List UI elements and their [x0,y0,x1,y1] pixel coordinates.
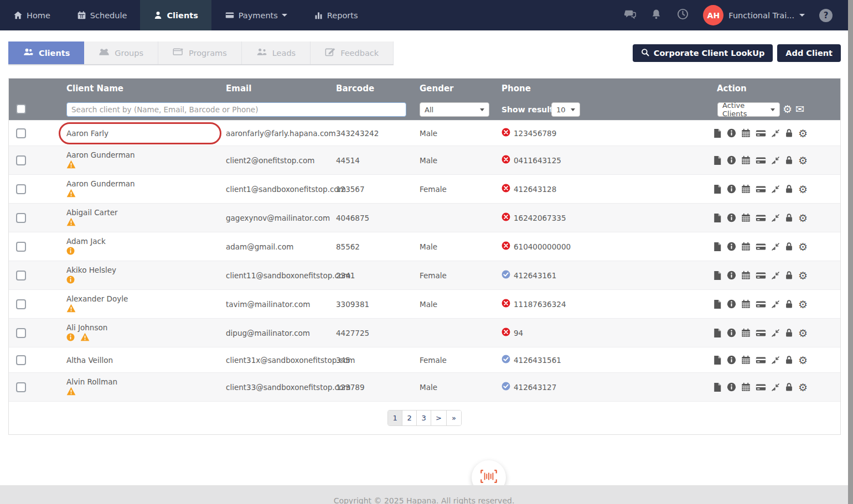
settings-gear-icon[interactable]: ⚙ [783,103,792,115]
payment-card-icon[interactable] [756,327,766,339]
search-input[interactable] [66,102,406,117]
payment-card-icon[interactable] [756,298,766,310]
gear-icon[interactable]: ⚙ [798,298,808,310]
user-menu[interactable]: AH Functional Trai... [703,5,805,25]
payment-card-icon[interactable] [756,183,766,195]
calendar-icon[interactable] [741,212,751,224]
document-icon[interactable] [713,327,722,339]
gear-icon[interactable]: ⚙ [798,381,808,393]
row-checkbox[interactable] [16,242,26,252]
corporate-lookup-button[interactable]: Corporate Client LookUp [633,44,773,62]
compress-arrows-icon[interactable] [771,241,780,253]
calendar-icon[interactable] [741,354,751,366]
page-button-1[interactable]: 1 [388,411,402,425]
client-status-select[interactable]: Active Clients [717,102,780,117]
tab-programs[interactable]: Programs [158,41,242,64]
gender-select[interactable]: All [420,102,489,117]
lock-icon[interactable] [785,327,793,339]
compress-arrows-icon[interactable] [771,154,780,167]
client-name-link[interactable]: Alvin Rollman [66,377,226,386]
email-envelope-icon[interactable]: ✉ [795,103,804,115]
document-icon[interactable] [713,298,722,310]
add-client-button[interactable]: Add Client [777,44,841,62]
document-icon[interactable] [713,127,722,139]
row-checkbox[interactable] [16,128,26,138]
row-checkbox[interactable] [16,355,26,365]
client-name-link[interactable]: Alexander Doyle [66,294,226,303]
document-icon[interactable] [713,269,722,282]
lock-icon[interactable] [785,381,793,393]
info-icon[interactable] [727,269,736,282]
gear-icon[interactable]: ⚙ [798,212,808,224]
compress-arrows-icon[interactable] [771,183,780,195]
payment-card-icon[interactable] [756,354,766,366]
show-results-select[interactable]: 10 [551,102,580,117]
select-all-checkbox[interactable] [16,104,26,114]
payment-card-icon[interactable] [756,241,766,253]
client-name-link[interactable]: Aaron Gunderman [66,150,226,159]
gear-icon[interactable]: ⚙ [798,183,808,195]
gear-icon[interactable]: ⚙ [798,269,808,282]
gear-icon[interactable]: ⚙ [798,127,808,139]
nav-item-home[interactable]: Home [0,0,64,30]
lock-icon[interactable] [785,269,793,282]
payment-card-icon[interactable] [756,127,766,139]
gear-icon[interactable]: ⚙ [798,354,808,366]
calendar-icon[interactable] [741,381,751,393]
payment-card-icon[interactable] [756,269,766,282]
calendar-icon[interactable] [741,241,751,253]
row-checkbox[interactable] [16,184,26,194]
calendar-icon[interactable] [741,269,751,282]
nav-item-payments[interactable]: Payments [211,0,301,30]
nav-item-schedule[interactable]: Schedule [64,0,141,30]
lock-icon[interactable] [785,183,793,195]
compress-arrows-icon[interactable] [771,127,780,139]
info-icon[interactable] [727,354,736,366]
client-name-link[interactable]: Akiko Helsley [66,266,226,274]
messages-button[interactable] [623,9,635,22]
page-button-last[interactable]: » [447,411,461,425]
page-button-3[interactable]: 3 [417,411,431,425]
gear-icon[interactable]: ⚙ [798,154,808,167]
client-name-link[interactable]: Adam Jack [66,237,226,246]
payment-card-icon[interactable] [756,381,766,393]
lock-icon[interactable] [785,354,793,366]
info-icon[interactable] [727,241,736,253]
lock-icon[interactable] [785,212,793,224]
info-icon[interactable] [727,298,736,310]
info-icon[interactable] [727,154,736,167]
page-button-2[interactable]: 2 [402,411,417,425]
compress-arrows-icon[interactable] [771,354,780,366]
document-icon[interactable] [713,183,722,195]
lock-icon[interactable] [785,154,793,167]
document-icon[interactable] [713,212,722,224]
help-button[interactable]: ? [819,9,833,22]
gear-icon[interactable]: ⚙ [798,327,808,339]
nav-item-clients[interactable]: Clients [140,0,211,30]
info-icon[interactable] [727,212,736,224]
document-icon[interactable] [713,354,722,366]
gear-icon[interactable]: ⚙ [798,241,808,253]
client-name-link[interactable]: Ali Johnson [66,323,226,332]
tab-clients[interactable]: Clients [8,41,84,64]
client-name-link[interactable]: Altha Veillon [66,356,226,365]
calendar-icon[interactable] [741,327,751,339]
compress-arrows-icon[interactable] [771,298,780,310]
page-scrollbar[interactable] [848,0,853,504]
tab-leads[interactable]: Leads [242,41,311,64]
client-name-link[interactable]: Abigail Carter [66,208,226,217]
nav-item-reports[interactable]: Reports [301,0,371,30]
calendar-icon[interactable] [741,298,751,310]
page-button-next[interactable]: > [431,411,447,425]
payment-card-icon[interactable] [756,154,766,167]
row-checkbox[interactable] [16,299,26,309]
client-name-link[interactable]: Aaron Farly [66,129,226,138]
calendar-icon[interactable] [741,183,751,195]
calendar-icon[interactable] [741,127,751,139]
calendar-icon[interactable] [741,154,751,167]
row-checkbox[interactable] [16,155,26,165]
history-button[interactable] [676,9,689,22]
compress-arrows-icon[interactable] [771,327,780,339]
tab-groups[interactable]: Groups [84,41,158,64]
client-name-link[interactable]: Aaron Gunderman [66,179,226,188]
